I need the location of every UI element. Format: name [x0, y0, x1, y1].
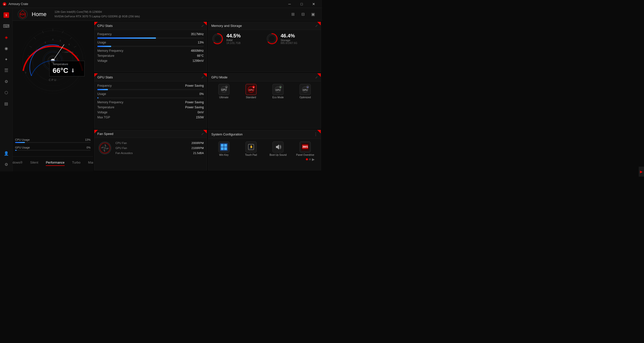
panel-corner-mem [317, 22, 321, 25]
aura-icon: ◈ [5, 35, 8, 40]
tools-icon: ⚙ [5, 79, 8, 84]
tab-silent[interactable]: Silent [30, 160, 38, 166]
fan-spinner-icon [99, 142, 111, 154]
optimized-icon: GPU O [300, 84, 311, 95]
main-content: 0 1 2 3 4 5 6 × 1000 MHz CPU [13, 21, 322, 171]
eco-icon: GPU E [272, 84, 284, 95]
ram-detail: 14.1/31.7GB [226, 42, 241, 44]
standard-label: Standard [246, 96, 256, 99]
panel-corner-left [94, 22, 98, 25]
close-button[interactable]: ✕ [308, 0, 319, 8]
minimize-button[interactable]: ─ [284, 0, 295, 8]
svg-text:3MS: 3MS [302, 145, 308, 148]
cpu-freq-fill [97, 37, 156, 39]
sidebar-item-menu[interactable]: ☰ [1, 65, 11, 75]
gpu-memfreq-line: Memory Frequency Power Saving [97, 101, 204, 104]
temperature-display: Temperature 66°C 🌡 [49, 61, 85, 76]
sidebar-item-tools[interactable]: ⚙ [1, 76, 11, 86]
gpu-corner-left [94, 73, 98, 77]
bootsound-icon [272, 141, 284, 153]
sysconfig-bootsound[interactable]: Boot Up Sound [266, 141, 291, 156]
sidebar-item-settings[interactable]: ⚙ [1, 159, 11, 169]
content-area: ROG Home 12th Gen Intel(R) Core(TM) i9-1… [13, 8, 322, 171]
svg-rect-61 [221, 147, 224, 150]
gpu-mode-optimized[interactable]: GPU O Optimized [293, 84, 318, 99]
svg-line-15 [74, 46, 76, 47]
fan-grid: CPU Fan 2000RPM GPU Fan 2100RPM Fan Acou… [97, 140, 204, 156]
ram-gauge [211, 32, 224, 45]
fan-stats: CPU Fan 2000RPM GPU Fan 2100RPM Fan Acou… [115, 140, 204, 156]
sidebar-item-gamevisual[interactable]: ◉ [1, 43, 11, 53]
gpu-mode-panel: GPU Mode ⤢ GPU [208, 73, 321, 129]
tab-manual[interactable]: Manual [88, 160, 93, 166]
gpu-mode-ultimate[interactable]: GPU U Ultimate [211, 84, 236, 99]
gpu-mode-grid: GPU U Ultimate [211, 84, 318, 99]
sidebar-item-devices[interactable]: ⌨ [1, 21, 11, 31]
system-config-panel: System Configuration ⋮ [208, 130, 321, 170]
svg-rect-60 [224, 144, 227, 147]
standard-icon: GPU S [246, 84, 257, 95]
ram-label: RAM [226, 39, 241, 42]
gpu-usage-stat-line: Usage 0% [97, 92, 204, 96]
sidebar-item-monitor[interactable]: ▤ [1, 99, 11, 109]
sysconfig-winkey[interactable]: Win Key [211, 141, 236, 156]
cpu-stats-title: CPU Stats [97, 24, 113, 28]
svg-rect-59 [221, 144, 224, 147]
gpu-mode-standard[interactable]: GPU S Standard [238, 84, 264, 99]
sysconfig-title: System Configuration [211, 132, 243, 136]
sidebar-item-tag[interactable]: ⬡ [1, 87, 11, 97]
svg-text:GPU: GPU [249, 89, 254, 91]
tab-performance[interactable]: Performance [46, 160, 64, 166]
gpu-usage-row: GPU Usage 0% [15, 146, 91, 151]
gpu-mode-title: GPU Mode [211, 75, 227, 79]
svg-line-17 [42, 31, 44, 33]
svg-text:ROG: ROG [19, 13, 26, 16]
cpu-usage-stat-bar [97, 46, 204, 47]
memory-storage-panel: Memory and Storage ⤢ [208, 22, 321, 72]
tab-turbo[interactable]: Turbo [72, 160, 80, 166]
thermometer-icon: 🌡 [70, 68, 75, 74]
maximize-button[interactable]: □ [296, 0, 307, 8]
tab-windows[interactable]: Windows® [13, 160, 23, 166]
fan-title: Fan Speed [97, 132, 113, 136]
layout-full-button[interactable]: ▣ [309, 10, 317, 18]
gpu-freq-bar [97, 89, 204, 90]
sidebar-item-aura[interactable]: ◈ [1, 32, 11, 42]
eco-label: Eco Mode [272, 96, 284, 99]
winkey-label: Win Key [219, 154, 228, 156]
header: ROG Home 12th Gen Intel(R) Core(TM) i9-1… [13, 8, 322, 21]
gpu-corner [203, 73, 207, 77]
cpu-usage-stat-line: Usage 13% [97, 41, 204, 44]
app-icon: R [3, 2, 7, 6]
touchpad-icon: ✋ [246, 141, 257, 153]
svg-text:✋: ✋ [250, 145, 253, 148]
sidebar-item-notification[interactable]: 1 [1, 10, 11, 20]
fan-speed-panel: Fan Speed ⤢ [94, 130, 207, 170]
gauge-container: 0 1 2 3 4 5 6 × 1000 MHz CPU [18, 26, 88, 96]
sidebar-item-user[interactable]: 👤 [1, 148, 11, 158]
svg-text:U: U [226, 86, 227, 88]
app-title: Armoury Crate [9, 2, 28, 6]
gpumode-corner [317, 73, 321, 77]
sysconfig-touchpad[interactable]: ✋ Touch Pad [238, 141, 264, 156]
ram-item: 44.5% RAM 14.1/31.7GB [211, 32, 264, 45]
touchpad-label: Touch Pad [245, 154, 257, 156]
layout-list-button[interactable]: ⊟ [299, 10, 307, 18]
memory-title: Memory and Storage [211, 24, 242, 28]
sysconfig-grid: Win Key [211, 141, 318, 156]
window-controls: ─ □ ✕ [284, 0, 319, 8]
system-specs: 12th Gen Intel(R) Core(TM) i9-12900H NVI… [55, 10, 140, 19]
gpu-usage-fill [15, 150, 17, 151]
sidebar-item-armoury[interactable]: ✦ [1, 54, 11, 64]
right-panels: CPU Stats ⤢ Frequency 3517MHz Usa [93, 21, 322, 171]
layout-grid-button[interactable]: ⊞ [289, 10, 297, 18]
sysconfig-pagination: ▶ [211, 156, 318, 162]
svg-line-14 [70, 37, 72, 39]
cpu-memfreq-line: Memory Frequency 4800MHz [97, 49, 204, 53]
gpu-mode-eco[interactable]: GPU E Eco Mode [266, 84, 291, 99]
ultimate-label: Ultimate [219, 96, 229, 99]
gpu-maxtgp-line: Max TGP 150W [97, 116, 204, 119]
sysconfig-panel-overdrive[interactable]: 3MS Panel Overdrive [293, 141, 318, 156]
gpu-usage-bar [15, 150, 91, 151]
sysconfig-next-button[interactable]: ▶ [312, 157, 315, 161]
